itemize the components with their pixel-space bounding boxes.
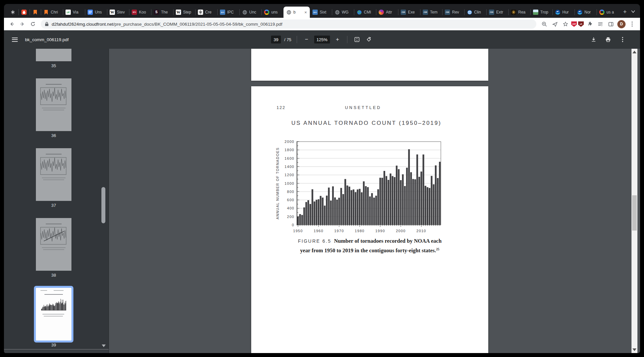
tab[interactable]: WStev [107, 7, 129, 18]
tab-close-icon[interactable]: × [304, 10, 307, 14]
tab[interactable]: WG [332, 7, 354, 18]
svg-text:600: 600 [287, 198, 294, 202]
main-scrollbar-thumb[interactable] [632, 195, 637, 231]
csr-favicon: CSR [401, 10, 406, 15]
tab-label: Step [183, 10, 193, 14]
tab[interactable]: ipccSixt [310, 7, 332, 18]
thumbnail-page-38[interactable] [36, 218, 71, 271]
tab[interactable]: SFUKoo [129, 7, 151, 18]
extensions-puzzle-icon[interactable] [585, 19, 594, 29]
tab[interactable]: Hur [552, 7, 575, 18]
tab[interactable]: Chri [41, 7, 63, 18]
svg-text:1200: 1200 [284, 173, 294, 177]
forward-button[interactable] [18, 19, 27, 29]
back-button[interactable] [7, 19, 16, 29]
tab[interactable]: uns [261, 7, 283, 18]
tab-label: IPC [227, 10, 237, 14]
tab-strip: ChriUPViaUnsWStevSFUKooSTheWStepCreipccI… [4, 4, 640, 18]
page-number-input[interactable]: 39 [271, 36, 281, 43]
bookmark-favicon [43, 10, 49, 15]
wiki-favicon: W [176, 10, 181, 15]
tab[interactable]: CSRTem [420, 7, 442, 18]
tab-label: us a [606, 10, 616, 14]
figure-caption: Figure 6.5 Number of tornadoes recorded … [284, 237, 455, 254]
clin-favicon [467, 10, 472, 15]
tab-list-icon[interactable] [596, 19, 605, 29]
tab[interactable]: CSRExe [398, 7, 420, 18]
sidebar-scrollbar-thumb[interactable] [101, 187, 105, 223]
tab[interactable]: Trop [530, 7, 552, 18]
tab-label: uns [271, 10, 281, 14]
tab-pinned[interactable] [30, 7, 41, 18]
tab[interactable]: UPVia [63, 7, 85, 18]
tab[interactable]: CSRExtr [486, 7, 508, 18]
lock-icon[interactable] [45, 22, 49, 26]
send-to-device-icon[interactable] [550, 19, 559, 29]
tab[interactable]: Uns [85, 7, 107, 18]
thumbnail-sidebar: 3536373839 [4, 49, 109, 353]
download-icon[interactable] [589, 35, 598, 44]
pdf-page-controls: 39 / 75 − 125% + [271, 35, 373, 44]
profile-avatar[interactable]: D [617, 20, 626, 28]
tab[interactable]: Rea [508, 7, 530, 18]
tab[interactable]: Clin [464, 7, 486, 18]
print-icon[interactable] [604, 35, 612, 44]
thumbnail-page-36[interactable] [36, 78, 71, 131]
svg-text:1980: 1980 [355, 229, 365, 233]
bookmark-star-icon[interactable] [561, 19, 570, 29]
fit-page-button[interactable] [353, 35, 361, 44]
pdf-menu-dots-icon[interactable] [618, 35, 627, 44]
ublock-origin-icon[interactable]: uB [578, 21, 584, 27]
tab[interactable]: Attr [376, 7, 398, 18]
reload-button[interactable] [28, 19, 38, 29]
address-bar[interactable]: d2fahduf2624mg.cloudfront.net/pre_purcha… [41, 19, 536, 29]
scroll-up-icon[interactable] [632, 51, 636, 53]
tab[interactable]: Unc [239, 7, 261, 18]
zoom-indicator-icon[interactable] [540, 19, 549, 29]
tab-items: ChriUPViaUnsWStevSFUKooSTheWStepCreipccI… [7, 7, 619, 18]
new-tab-button[interactable]: + [620, 7, 630, 17]
tab-label: Chri [51, 10, 60, 14]
tab[interactable]: us a [597, 7, 619, 18]
sidebar-scroll-down-icon[interactable] [102, 344, 106, 347]
tab-list-chevron-icon[interactable] [631, 9, 635, 14]
adblock-plus-icon[interactable]: ABP [571, 21, 577, 27]
noaa-favicon [577, 10, 582, 15]
doc-blue-favicon [88, 10, 93, 15]
scroll-down-icon[interactable] [632, 348, 636, 351]
svg-text:1800: 1800 [284, 148, 294, 152]
thumbnail-page-39[interactable] [36, 288, 71, 341]
svg-text:200: 200 [287, 215, 294, 219]
sfu-favicon: SFU [132, 10, 137, 15]
zoom-out-button[interactable]: − [302, 35, 311, 44]
tab[interactable]: CMI [354, 7, 376, 18]
tab[interactable]: Nor [575, 7, 597, 18]
svg-text:1000: 1000 [284, 181, 294, 185]
side-panel-icon[interactable] [606, 19, 615, 29]
tab-label: CMI [364, 10, 373, 14]
tab[interactable]: Cre [195, 7, 217, 18]
thumbnail-page-35[interactable] [36, 49, 71, 61]
tab[interactable]: WStep [173, 7, 195, 18]
rotate-button[interactable] [364, 35, 373, 44]
pdf-menu-icon[interactable] [12, 38, 18, 42]
tab-pinned[interactable] [18, 7, 30, 18]
zoom-in-button[interactable]: + [333, 35, 342, 44]
browser-menu-dots-icon[interactable] [628, 19, 637, 29]
tab-active[interactable]: b× [283, 7, 310, 18]
thumbnail-page-37[interactable] [36, 148, 71, 201]
csr-favicon: CSR [423, 10, 428, 15]
tab-pinned[interactable] [7, 7, 18, 18]
zoom-level[interactable]: 125% [314, 36, 330, 43]
tab[interactable]: SThe [151, 7, 173, 18]
tab-label: Extr [496, 10, 506, 14]
tornado-bar-chart: 0200400600800100012001400160018002000195… [271, 135, 475, 237]
thumbnail-label: 37 [36, 203, 71, 208]
svg-text:1950: 1950 [293, 229, 303, 233]
main-scrollbar[interactable] [631, 49, 637, 353]
swirl-favicon [379, 10, 384, 15]
tab[interactable]: CSRRev [442, 7, 464, 18]
tab[interactable]: ipccIPC [217, 7, 239, 18]
tab-label: Attr [386, 10, 395, 14]
globe-favicon [242, 10, 247, 15]
